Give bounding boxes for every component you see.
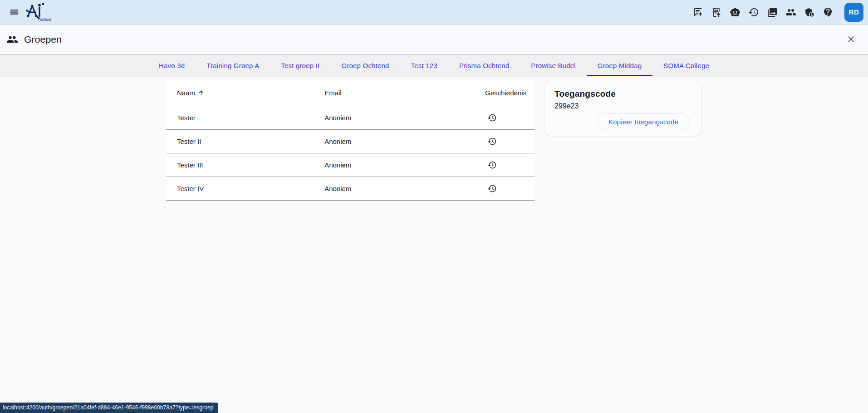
content-area: Naam Email Geschiedenis TesterAnoniemTes…: [0, 77, 868, 412]
add-feedback-icon[interactable]: [690, 5, 705, 20]
member-email: Anoniem: [324, 106, 450, 129]
access-code-card: Toegangscode 299e23 Kopieer toegangscode: [544, 81, 702, 136]
member-email: Anoniem: [324, 177, 450, 200]
app-window: school: [0, 0, 868, 413]
member-name: Tester IV: [166, 177, 324, 200]
history-icon[interactable]: [746, 5, 761, 20]
members-tbody: TesterAnoniemTester IIAnoniemTester IIIA…: [166, 106, 535, 200]
sort-ascending-icon: [198, 89, 205, 96]
column-header-geschiedenis: Geschiedenis: [450, 80, 535, 106]
tab-soma-college[interactable]: SOMA College: [652, 54, 720, 77]
access-code-value: 299e23: [554, 102, 692, 110]
column-header-email: Email: [324, 80, 450, 106]
link-preview-statusbar: localhost:4200/auth/groepen/21a04fef-d88…: [0, 403, 218, 413]
table-row: Tester IVAnoniem: [166, 177, 535, 200]
row-history-icon[interactable]: [484, 180, 501, 197]
tab-prowise-budel[interactable]: Prowise Budel: [520, 54, 586, 77]
admin-shield-icon[interactable]: [802, 5, 817, 20]
bot-icon[interactable]: [727, 5, 742, 20]
logo-sub-label: school: [40, 17, 51, 22]
topbar-actions: RD: [690, 3, 863, 22]
member-name: Tester III: [166, 153, 324, 177]
member-name: Tester II: [166, 129, 324, 153]
tab-test-123[interactable]: Test 123: [400, 54, 448, 77]
member-name: Tester: [166, 106, 324, 129]
tab-prisma-ochtend[interactable]: Prisma Ochtend: [448, 54, 520, 77]
row-history-icon[interactable]: [484, 156, 501, 173]
ai-school-logo[interactable]: school: [25, 2, 51, 23]
table-header-row: Naam Email Geschiedenis: [166, 80, 535, 106]
avatar[interactable]: RD: [844, 3, 863, 22]
tab-havo-3d[interactable]: Havo 3d: [148, 54, 196, 77]
page-header: Groepen: [0, 25, 868, 54]
access-code-title: Toegangscode: [554, 89, 692, 99]
media-library-icon[interactable]: [765, 5, 780, 20]
tab-training-groep-a[interactable]: Training Groep A: [196, 54, 270, 77]
copy-access-code-button[interactable]: Kopieer toegangscode: [598, 113, 689, 130]
group-members-table: Naam Email Geschiedenis TesterAnoniemTes…: [166, 80, 535, 201]
table-row: TesterAnoniem: [166, 106, 535, 129]
table-row: Tester IIAnoniem: [166, 129, 535, 153]
page-title: Groepen: [24, 34, 62, 45]
topbar: school: [0, 0, 868, 25]
tab-test-groep-ii[interactable]: Test groep II: [270, 54, 330, 77]
naam-header-label: Naam: [177, 89, 195, 97]
groups-title-icon: [6, 34, 18, 45]
table-row: Tester IIIAnoniem: [166, 153, 535, 177]
help-icon[interactable]: [820, 5, 835, 20]
groups-icon[interactable]: [783, 5, 798, 20]
member-email: Anoniem: [324, 153, 450, 177]
tab-bar: Havo 3dTraining Groep ATest groep IIGroe…: [0, 54, 868, 77]
row-history-icon[interactable]: [484, 133, 501, 150]
column-header-naam[interactable]: Naam: [166, 80, 324, 106]
voice-note-icon[interactable]: [709, 5, 724, 20]
close-icon[interactable]: [844, 33, 858, 46]
tab-groep-middag[interactable]: Groep Middag: [587, 54, 652, 77]
member-email: Anoniem: [324, 129, 450, 153]
tab-groep-ochtend[interactable]: Groep Ochtend: [330, 54, 400, 77]
row-history-icon[interactable]: [484, 109, 501, 126]
menu-icon[interactable]: [5, 4, 23, 21]
